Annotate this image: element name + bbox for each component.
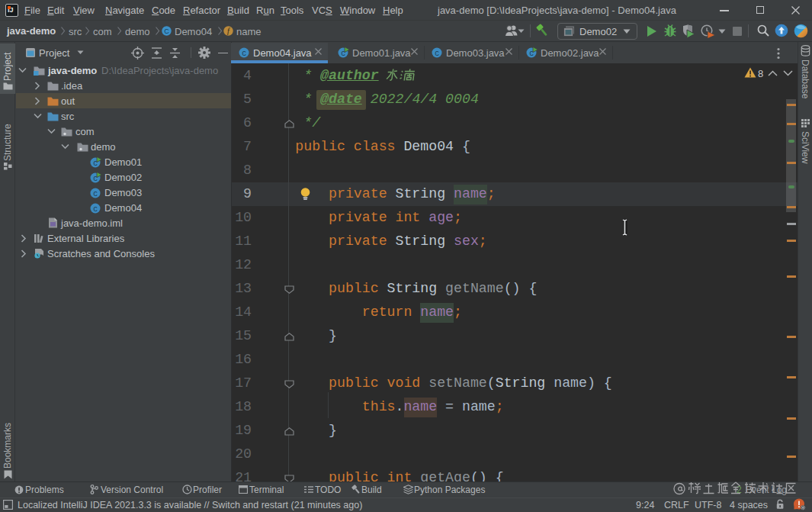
- svg-text:C: C: [93, 190, 98, 198]
- svg-text:C: C: [435, 50, 439, 58]
- svg-text:C: C: [93, 205, 98, 214]
- svg-text:C: C: [164, 27, 169, 35]
- svg-text:C: C: [242, 50, 246, 58]
